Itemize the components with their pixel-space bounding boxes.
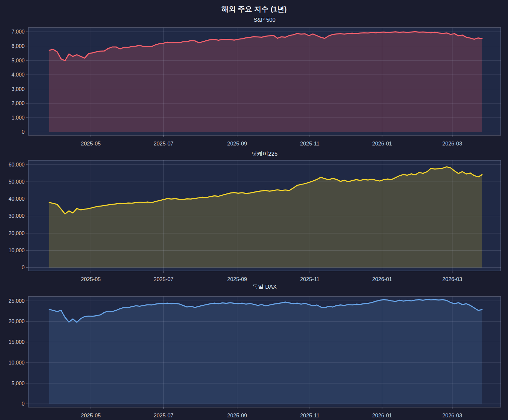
x-tick-label: 2026-03 <box>442 412 462 418</box>
y-tick-label: 4,000 <box>11 72 25 77</box>
x-tick-label: 2025-11 <box>300 276 320 282</box>
y-tick-label: 50,000 <box>9 179 25 185</box>
chart-dax: 05,00010,00015,00020,00025,0002025-05202… <box>0 294 508 420</box>
x-tick-label: 2025-05 <box>81 276 101 282</box>
x-tick-label: 2026-01 <box>372 141 392 146</box>
chart-title-dax: 독일 DAX <box>28 283 501 291</box>
y-tick-label: 25,000 <box>9 298 25 304</box>
x-tick-label: 2025-09 <box>227 412 247 418</box>
dax-area <box>49 299 482 404</box>
y-tick-label: 20,000 <box>9 319 25 324</box>
x-tick-label: 2025-09 <box>227 141 247 146</box>
chart-nikkei225: 010,00020,00030,00040,00050,00060,000202… <box>0 158 508 284</box>
y-tick-label: 3,000 <box>11 86 25 92</box>
x-tick-label: 2025-05 <box>81 141 101 146</box>
y-tick-label: 0 <box>22 401 25 407</box>
y-tick-label: 5,000 <box>11 58 25 63</box>
chart-title-nikkei225: 닛케이225 <box>28 150 501 158</box>
x-tick-label: 2025-05 <box>81 412 101 418</box>
y-tick-label: 10,000 <box>9 360 25 365</box>
y-tick-label: 6,000 <box>11 43 25 49</box>
x-tick-label: 2025-09 <box>227 276 247 282</box>
y-tick-label: 10,000 <box>9 248 25 253</box>
chart-title-sp500: S&P 500 <box>28 17 501 23</box>
x-tick-label: 2026-03 <box>442 141 462 146</box>
x-tick-label: 2025-07 <box>154 276 174 282</box>
y-tick-label: 15,000 <box>9 339 25 345</box>
y-tick-label: 20,000 <box>9 231 25 236</box>
x-tick-label: 2026-01 <box>372 276 392 282</box>
y-tick-label: 30,000 <box>9 213 25 219</box>
page-title: 해외 주요 지수 (1년) <box>0 4 508 14</box>
x-tick-label: 2026-01 <box>372 412 392 418</box>
chart-sp500: 01,0002,0003,0004,0005,0006,0007,0002025… <box>0 25 508 150</box>
x-tick-label: 2025-11 <box>300 412 320 418</box>
y-tick-label: 5,000 <box>11 381 25 386</box>
x-tick-label: 2025-11 <box>300 141 320 146</box>
y-tick-label: 1,000 <box>11 115 25 121</box>
x-tick-label: 2025-07 <box>154 412 174 418</box>
y-tick-label: 0 <box>22 129 25 135</box>
y-tick-label: 2,000 <box>11 100 25 106</box>
y-tick-label: 7,000 <box>11 29 25 34</box>
y-tick-label: 0 <box>22 265 25 270</box>
y-tick-label: 60,000 <box>9 162 25 167</box>
x-tick-label: 2025-07 <box>154 141 174 146</box>
x-tick-label: 2026-03 <box>442 276 462 282</box>
y-tick-label: 40,000 <box>9 196 25 202</box>
